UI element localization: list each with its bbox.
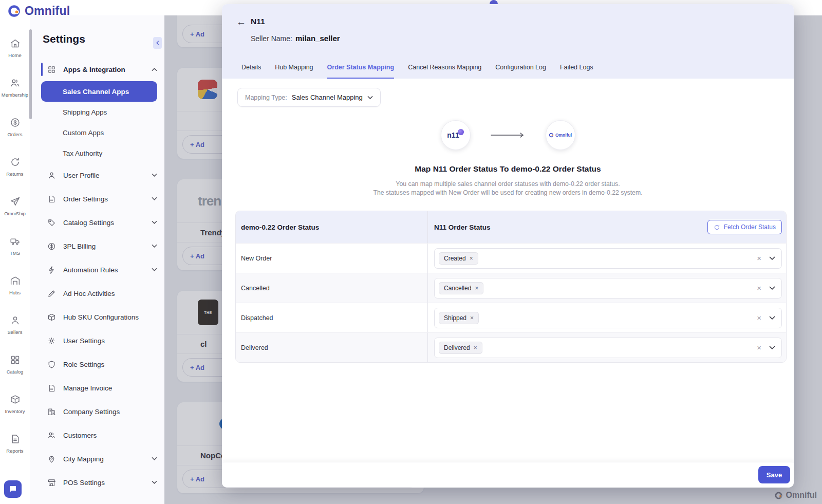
rail-item-hubs[interactable]: Hubs	[0, 275, 30, 315]
sidebar-item-manage-invoice[interactable]: Manage Invoice	[30, 376, 164, 400]
mapping-type-select[interactable]: Mapping Type: Sales Channel Mapping	[237, 88, 381, 107]
catalog-icon	[10, 354, 21, 365]
clear-icon[interactable]: ×	[757, 284, 761, 292]
fetch-button-label: Fetch Order Status	[724, 223, 776, 231]
sidebar-item-label: City Mapping	[63, 455, 104, 463]
tab-failed-logs[interactable]: Failed Logs	[560, 64, 593, 79]
building-icon	[47, 407, 56, 416]
sidebar-item-city-mapping[interactable]: City Mapping	[30, 447, 164, 471]
sidebar-item-ad-hoc-activities[interactable]: Ad Hoc Activities	[30, 282, 164, 305]
rail-item-returns[interactable]: Returns	[0, 157, 30, 196]
brand-logo[interactable]: Omniful	[7, 4, 70, 18]
tag-remove-icon[interactable]: ×	[470, 314, 474, 322]
tab-details[interactable]: Details	[241, 64, 261, 79]
tag-remove-icon[interactable]: ×	[470, 255, 473, 262]
chevron-down-icon[interactable]	[769, 286, 775, 290]
sidebar-item-company-settings[interactable]: Company Settings	[30, 400, 164, 423]
sidebar-item-pos-settings[interactable]: POS Settings	[30, 471, 164, 494]
gear-icon	[47, 337, 56, 345]
chat-widget-button[interactable]	[4, 480, 22, 498]
sidebar-item-order-settings[interactable]: Order Settings	[30, 187, 164, 211]
brand-name: Omniful	[25, 4, 70, 18]
sellers-icon	[10, 315, 21, 326]
table-row: Delivered Delivered × ×	[236, 332, 786, 362]
chevron-left-icon	[155, 41, 160, 45]
chevron-down-icon	[152, 244, 157, 248]
sidebar-item-sales-channel-apps[interactable]: Sales Channel Apps	[41, 81, 157, 102]
seller-line: Seller Name:milan_seller	[251, 34, 340, 43]
rail-item-tms[interactable]: TMS	[0, 236, 30, 275]
membership-icon	[10, 78, 21, 88]
sidebar-item-label: Shipping Apps	[63, 108, 107, 116]
rail-item-omniship[interactable]: OmniShip	[0, 196, 30, 236]
chevron-down-icon[interactable]	[769, 316, 775, 320]
status-multiselect[interactable]: Delivered × ×	[434, 338, 782, 358]
sidebar-item-automation-rules[interactable]: Automation Rules	[30, 258, 164, 282]
chevron-down-icon	[152, 480, 157, 484]
status-multiselect[interactable]: Shipped × ×	[434, 308, 782, 328]
sidebar-item-customers[interactable]: Customers	[30, 423, 164, 447]
sidebar-item-role-settings[interactable]: Role Settings	[30, 352, 164, 376]
back-button[interactable]: ←	[236, 16, 246, 28]
sidebar-item-hub-sku-configurations[interactable]: Hub SKU Configurations	[30, 305, 164, 329]
rail-item-inventory[interactable]: Inventory	[0, 394, 30, 434]
save-button[interactable]: Save	[758, 466, 790, 483]
tab-hub-mapping[interactable]: Hub Mapping	[275, 64, 313, 79]
rail-label: Inventory	[5, 408, 25, 414]
chevron-down-icon[interactable]	[769, 346, 775, 350]
tab-order-status-mapping[interactable]: Order Status Mapping	[327, 64, 395, 79]
chevron-down-icon	[152, 173, 157, 177]
sidebar-item-tax-authority[interactable]: Tax Authority	[41, 143, 157, 163]
clear-icon[interactable]: ×	[757, 343, 761, 352]
sidebar-item-label: Order Settings	[63, 195, 108, 203]
shield-icon	[47, 360, 56, 369]
rail-item-catalog[interactable]: Catalog	[0, 354, 30, 394]
n11-logo-dot	[458, 129, 464, 135]
sidebar-item-label: Role Settings	[63, 361, 104, 368]
clear-icon[interactable]: ×	[757, 313, 761, 322]
omniful-logo-icon	[549, 133, 554, 138]
sidebar-item-shipping-apps[interactable]: Shipping Apps	[41, 102, 157, 122]
sidebar-item-label: Hub SKU Configurations	[63, 313, 139, 321]
tab-cancel-reasons-mapping[interactable]: Cancel Reasons Mapping	[408, 64, 481, 79]
rail-label: Catalog	[7, 369, 24, 375]
cube-icon	[47, 313, 56, 322]
rail-item-membership[interactable]: Membership	[0, 78, 30, 117]
status-label: New Order	[241, 255, 272, 262]
sidebar-item-custom-apps[interactable]: Custom Apps	[41, 122, 157, 143]
chevron-down-icon[interactable]	[769, 256, 775, 260]
rail-scrollbar[interactable]	[29, 29, 32, 119]
status-tag: Created ×	[439, 252, 478, 265]
sidebar-item-label: Sales Channel Apps	[63, 88, 129, 96]
rail-label: OmniShip	[4, 211, 26, 216]
settings-sidebar: Settings Apps & Integration Sales Channe…	[30, 15, 164, 504]
sidebar-item-apps-integration[interactable]: Apps & Integration	[30, 58, 164, 81]
tag-remove-icon[interactable]: ×	[475, 285, 478, 292]
fetch-order-status-button[interactable]: Fetch Order Status	[707, 220, 782, 234]
sidebar-item-label: User Profile	[63, 172, 100, 179]
status-tag: Cancelled ×	[439, 282, 483, 294]
rail-item-reports[interactable]: Reports	[0, 434, 30, 473]
status-multiselect[interactable]: Cancelled × ×	[434, 278, 782, 298]
tag-remove-icon[interactable]: ×	[474, 344, 477, 351]
sidebar-item-label: Customers	[63, 432, 97, 439]
rail-label: Hubs	[9, 290, 21, 295]
sidebar-collapse-button[interactable]	[153, 37, 162, 49]
chevron-down-icon	[152, 268, 157, 272]
rail-item-sellers[interactable]: Sellers	[0, 315, 30, 354]
sidebar-item-user-profile[interactable]: User Profile	[30, 163, 164, 187]
sidebar-item-3pl-billing[interactable]: 3PL Billing	[30, 234, 164, 258]
tab-configuration-log[interactable]: Configuration Log	[495, 64, 546, 79]
tag-label: Delivered	[444, 344, 470, 351]
tms-icon	[10, 236, 21, 247]
sidebar-item-user-settings[interactable]: User Settings	[30, 329, 164, 352]
invoice-icon	[47, 384, 56, 393]
rail-label: Membership	[2, 92, 28, 98]
customers-icon	[47, 431, 56, 440]
rail-item-home[interactable]: Home	[0, 38, 30, 78]
status-multiselect[interactable]: Created × ×	[434, 248, 782, 269]
rail-item-orders[interactable]: Orders	[0, 117, 30, 157]
clear-icon[interactable]: ×	[757, 254, 761, 263]
status-tag: Delivered ×	[439, 342, 482, 354]
sidebar-item-catalog-settings[interactable]: Catalog Settings	[30, 211, 164, 234]
